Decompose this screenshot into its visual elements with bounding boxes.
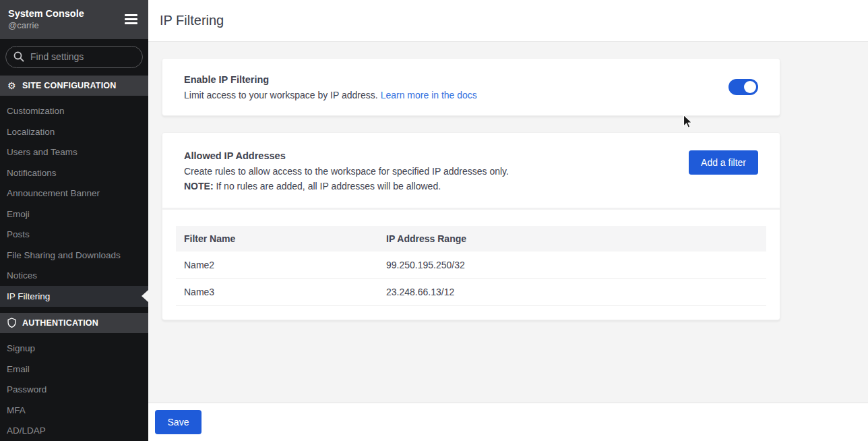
section-header-authentication: AUTHENTICATION: [0, 313, 148, 333]
console-title: System Console: [8, 8, 84, 19]
main-area: IP Filtering Enable IP Filtering Limit a…: [148, 0, 868, 441]
table-row: Name2 99.250.195.250/32: [176, 252, 766, 278]
sidebar-item-customization[interactable]: Customization: [0, 101, 148, 122]
page-title: IP Filtering: [160, 13, 224, 28]
column-header-filter-name: Filter Name: [176, 226, 378, 252]
site-configuration-items: Customization Localization Users and Tea…: [0, 96, 148, 307]
sidebar-item-announcement-banner[interactable]: Announcement Banner: [0, 183, 148, 204]
sidebar-item-mfa[interactable]: MFA: [0, 400, 148, 421]
sidebar: System Console @carrie ⚙ SITE CONFIGURAT…: [0, 0, 148, 441]
content: Enable IP Filtering Limit access to your…: [148, 42, 868, 403]
column-header-ip-range: IP Address Range: [378, 226, 766, 252]
current-user: @carrie: [8, 20, 84, 30]
sidebar-item-emoji[interactable]: Emoji: [0, 204, 148, 225]
sidebar-item-ip-filtering[interactable]: IP Filtering: [0, 286, 148, 307]
allowed-card-title: Allowed IP Addresses: [184, 150, 509, 161]
shield-icon: [7, 318, 17, 328]
sidebar-item-users-and-teams[interactable]: Users and Teams: [0, 142, 148, 163]
section-label: AUTHENTICATION: [22, 318, 98, 328]
sidebar-item-password[interactable]: Password: [0, 380, 148, 401]
enable-card-description: Limit access to your workspace by IP add…: [184, 90, 378, 100]
gear-icon: ⚙: [7, 81, 17, 90]
app-window: System Console @carrie ⚙ SITE CONFIGURAT…: [0, 0, 868, 441]
table-row: Name3 23.248.66.13/12: [176, 278, 766, 305]
toggle-knob: [744, 81, 756, 93]
authentication-items: Signup Email Password MFA AD/LDAP: [0, 333, 148, 441]
sidebar-search: [0, 39, 148, 76]
allowed-card-description: Create rules to allow access to the work…: [184, 166, 509, 177]
search-input[interactable]: [5, 46, 143, 68]
allowed-ip-addresses-card: Allowed IP Addresses Create rules to all…: [162, 132, 780, 320]
sidebar-item-ad-ldap[interactable]: AD/LDAP: [0, 421, 148, 441]
sidebar-item-file-sharing[interactable]: File Sharing and Downloads: [0, 245, 148, 266]
save-footer: Save: [148, 403, 868, 441]
ip-range-cell: 23.248.66.13/12: [378, 278, 766, 305]
sidebar-item-posts[interactable]: Posts: [0, 225, 148, 245]
note-label: NOTE:: [184, 181, 214, 192]
enable-ip-filtering-toggle[interactable]: [728, 79, 758, 95]
sidebar-item-signup[interactable]: Signup: [0, 339, 148, 359]
sidebar-item-email[interactable]: Email: [0, 359, 148, 380]
ip-range-cell: 99.250.195.250/32: [378, 252, 766, 278]
filter-name-cell: Name2: [176, 252, 378, 278]
note-text: If no rules are added, all IP addresses …: [214, 181, 441, 192]
table-header-row: Filter Name IP Address Range: [176, 226, 766, 252]
add-filter-button[interactable]: Add a filter: [689, 150, 758, 175]
hamburger-icon[interactable]: [123, 11, 139, 27]
sidebar-item-notifications[interactable]: Notifications: [0, 163, 148, 183]
section-header-site-configuration: ⚙ SITE CONFIGURATION: [0, 76, 148, 96]
sidebar-item-notices[interactable]: Notices: [0, 266, 148, 287]
ip-filters-table: Filter Name IP Address Range Name2 99.25…: [176, 226, 766, 306]
learn-more-link[interactable]: Learn more in the docs: [381, 90, 477, 100]
enable-ip-filtering-card: Enable IP Filtering Limit access to your…: [162, 58, 780, 116]
enable-card-title: Enable IP Filtering: [184, 74, 477, 85]
page-header: IP Filtering: [148, 0, 868, 42]
save-button[interactable]: Save: [155, 410, 202, 434]
filter-name-cell: Name3: [176, 278, 378, 305]
section-label: SITE CONFIGURATION: [22, 81, 116, 90]
sidebar-header: System Console @carrie: [0, 0, 148, 39]
sidebar-item-localization[interactable]: Localization: [0, 121, 148, 142]
